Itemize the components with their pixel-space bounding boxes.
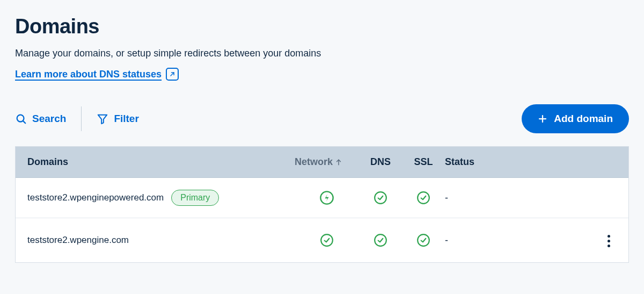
filter-button[interactable]: Filter	[97, 110, 138, 128]
learn-more-link[interactable]: Learn more about DNS statuses	[15, 68, 179, 81]
svg-point-11	[375, 234, 386, 246]
bolt-check-icon	[319, 190, 334, 205]
svg-line-2	[23, 121, 25, 123]
column-header-network[interactable]: Network	[295, 156, 359, 168]
page-subtitle: Manage your domains, or setup simple red…	[15, 48, 629, 59]
svg-point-10	[321, 234, 333, 246]
status-value: -	[445, 192, 531, 204]
filter-label: Filter	[114, 113, 138, 125]
check-circle-icon	[374, 191, 387, 205]
status-value: -	[445, 235, 531, 246]
add-domain-button[interactable]: Add domain	[522, 104, 629, 133]
svg-point-12	[418, 234, 429, 246]
column-header-status[interactable]: Status	[445, 156, 531, 168]
domain-name: teststore2.wpenginepowered.com	[27, 192, 164, 203]
check-circle-icon	[374, 233, 387, 247]
page-title: Domains	[15, 15, 629, 38]
add-domain-label: Add domain	[554, 113, 613, 125]
column-header-domains[interactable]: Domains	[27, 156, 295, 168]
table-row: teststore2.wpengine.com	[16, 218, 628, 262]
table-row: teststore2.wpenginepowered.com Primary	[16, 178, 628, 218]
table-header-row: Domains Network DNS SSL Status	[16, 147, 628, 178]
domain-name: teststore2.wpengine.com	[27, 235, 129, 246]
external-link-icon	[166, 68, 179, 81]
check-circle-icon	[416, 233, 430, 247]
column-header-ssl[interactable]: SSL	[402, 156, 445, 168]
svg-line-0	[171, 73, 174, 76]
row-actions-menu[interactable]	[604, 232, 613, 250]
domains-table: Domains Network DNS SSL Status teststore…	[15, 146, 629, 263]
primary-badge: Primary	[171, 190, 219, 206]
check-circle-icon	[416, 191, 430, 205]
svg-point-9	[418, 192, 429, 204]
search-label: Search	[32, 113, 66, 125]
column-header-network-label: Network	[295, 156, 333, 168]
sort-ascending-icon	[335, 159, 342, 166]
svg-marker-3	[98, 115, 107, 124]
filter-icon	[97, 113, 108, 125]
toolbar-separator	[81, 106, 82, 131]
column-header-dns[interactable]: DNS	[359, 156, 402, 168]
learn-more-label: Learn more about DNS statuses	[15, 69, 162, 80]
plus-icon	[538, 114, 547, 124]
check-circle-icon	[320, 233, 334, 247]
search-icon	[15, 113, 27, 125]
svg-point-8	[375, 192, 386, 204]
search-button[interactable]: Search	[15, 110, 66, 128]
